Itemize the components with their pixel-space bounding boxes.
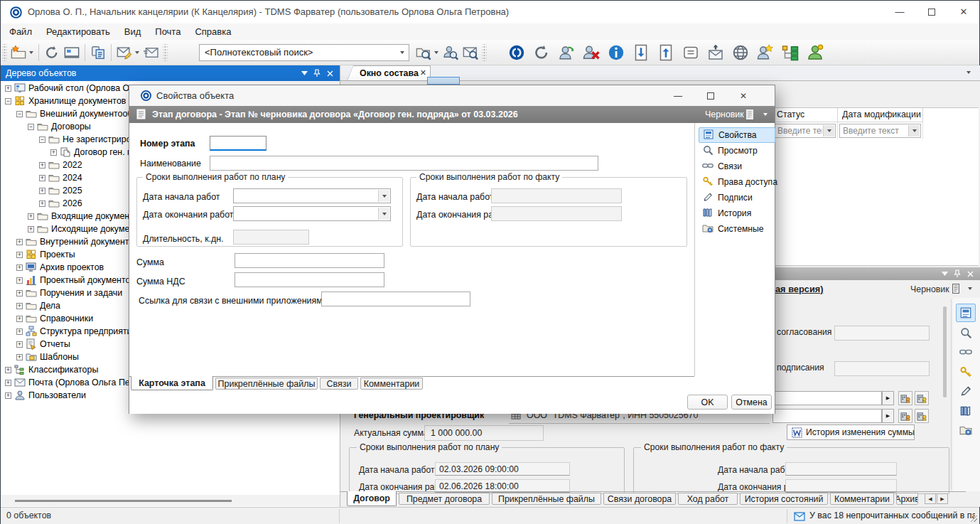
tree-expander-icon[interactable]: + <box>5 392 11 399</box>
side-props-button[interactable] <box>956 304 976 322</box>
dialog-tab-access[interactable]: Права доступа <box>699 174 775 190</box>
tree-expander-icon[interactable]: + <box>16 264 23 271</box>
tree-expander-icon[interactable]: + <box>50 149 57 156</box>
tree-expander-icon[interactable]: + <box>28 213 34 220</box>
doc-bottom-tab[interactable]: Предмет договора <box>399 493 490 505</box>
dialog-tab-props[interactable]: Свойства <box>699 127 775 143</box>
org-select-icon-2[interactable] <box>915 391 929 405</box>
menu-file[interactable]: Файл <box>2 24 39 39</box>
mail-send-button[interactable] <box>141 43 161 63</box>
maximize-button[interactable] <box>916 1 947 23</box>
user-sync-button[interactable] <box>556 43 577 63</box>
dialog-bottom-tab[interactable]: Комментарии <box>360 378 423 390</box>
doc-checkout-button[interactable] <box>655 43 677 63</box>
user-delete-button[interactable] <box>581 43 602 63</box>
close-button[interactable]: ✕ <box>948 1 979 23</box>
actual-sum-field[interactable]: 1 000 000.00 <box>424 425 544 441</box>
refresh-button[interactable] <box>42 43 62 63</box>
tree-expander-icon[interactable]: + <box>16 316 23 322</box>
stage-name-input[interactable] <box>210 156 598 171</box>
new-object-button[interactable] <box>9 43 36 63</box>
side-history-button[interactable] <box>956 402 976 420</box>
org-select-icon-4[interactable] <box>915 409 929 423</box>
side-links-button[interactable] <box>956 343 976 361</box>
dialog-bottom-tab[interactable]: Карточка этапа <box>131 376 213 390</box>
column-modified[interactable]: Дата модификации <box>838 108 923 122</box>
dialog-tab-history[interactable]: История <box>699 205 775 221</box>
fact-start-field[interactable] <box>785 462 897 476</box>
signing-date-field[interactable] <box>834 361 930 376</box>
refresh2-button[interactable] <box>531 43 552 63</box>
paste-form-button[interactable] <box>88 43 108 63</box>
doc-bottom-tab[interactable]: Договор <box>347 491 397 506</box>
tree-expander-icon[interactable]: + <box>5 85 11 92</box>
tree-expander-icon[interactable]: + <box>16 277 23 284</box>
tree-expander-icon[interactable]: + <box>16 252 23 258</box>
unread-messages[interactable]: У вас 18 непрочитанных сообщений в па <box>809 510 975 520</box>
doc-bottom-tab[interactable]: Ход работ <box>678 493 738 505</box>
party-expand-1[interactable]: ▶ <box>882 391 894 405</box>
org-tree-button[interactable] <box>780 43 801 63</box>
tabs-scroll-right[interactable]: ▶ <box>937 493 948 504</box>
dialog-tab-sign[interactable]: Подписи <box>699 190 775 205</box>
side-view-button[interactable] <box>956 324 976 342</box>
tree-expander-icon[interactable]: + <box>16 239 23 245</box>
tree-expander-icon[interactable]: + <box>16 303 23 309</box>
status-dropdown-icon[interactable] <box>968 287 972 290</box>
side-sign-button[interactable] <box>956 382 976 400</box>
tree-expander-icon[interactable]: + <box>39 200 45 207</box>
user-flash-button[interactable] <box>755 43 776 63</box>
farvater-logo-button[interactable] <box>506 43 527 63</box>
tree-expander-icon[interactable]: − <box>5 98 11 105</box>
sum-history-button[interactable]: История изменения суммы <box>787 424 915 440</box>
doc-bottom-tab[interactable]: Прикреплённые файлы <box>492 493 601 505</box>
info-button[interactable] <box>605 43 627 63</box>
doc-bottom-tab[interactable]: Связи договора <box>603 493 676 505</box>
doc-bottom-tab[interactable]: Архив <box>896 493 918 505</box>
stage-number-input[interactable] <box>210 136 266 151</box>
side-system-button[interactable] <box>956 421 976 439</box>
scrollbar-thumb[interactable] <box>943 306 947 397</box>
tree-expander-icon[interactable]: + <box>16 290 23 296</box>
menu-help[interactable]: Справка <box>188 24 238 39</box>
tree-expander-icon[interactable]: − <box>39 137 45 143</box>
doc-checkin-button[interactable] <box>630 43 652 63</box>
status-filter-input[interactable]: Введите тек <box>774 124 836 138</box>
dialog-tab-view[interactable]: Просмотр <box>699 143 775 159</box>
dock-close-icon[interactable] <box>965 269 975 279</box>
dialog-status-icon[interactable] <box>745 109 755 123</box>
tab-close-icon[interactable]: ✕ <box>420 68 426 77</box>
plan-start-combo[interactable] <box>233 188 391 203</box>
tree-hscrollbar[interactable] <box>1 495 340 506</box>
tree-expander-icon[interactable]: − <box>16 111 23 117</box>
tree-expander-icon[interactable]: − <box>28 124 34 130</box>
plan-start-field[interactable]: 02.03.2026 09:00:00 <box>435 462 570 476</box>
fact-end-input[interactable] <box>491 206 622 221</box>
dialog-minimize-button[interactable]: — <box>664 87 692 105</box>
tree-expander-icon[interactable]: + <box>16 354 23 360</box>
dialog-close-button[interactable]: ✕ <box>729 87 758 105</box>
tabs-dropdown-icon[interactable] <box>966 71 971 74</box>
tree-expander-icon[interactable]: + <box>5 380 11 386</box>
status-doc-icon[interactable] <box>951 283 961 297</box>
sum-input[interactable] <box>235 253 384 268</box>
mail-search-button[interactable] <box>461 43 480 63</box>
menu-edit[interactable]: Редактировать <box>39 24 117 39</box>
doc-bottom-tab[interactable]: История состояний <box>740 493 828 505</box>
note-button[interactable] <box>680 43 701 63</box>
external-link-input[interactable] <box>321 292 470 306</box>
menu-mail[interactable]: Почта <box>148 24 188 39</box>
panel-menu-icon[interactable] <box>298 68 310 79</box>
tabs-scroll-left[interactable]: ◀ <box>925 493 936 504</box>
dialog-maximize-button[interactable] <box>696 87 725 105</box>
duration-input[interactable] <box>233 230 309 245</box>
tree-expander-icon[interactable]: + <box>5 367 11 373</box>
cancel-button[interactable]: Отмена <box>731 395 772 410</box>
dock-menu-icon[interactable] <box>939 269 949 279</box>
user-online-button[interactable] <box>804 43 826 63</box>
modified-filter-input[interactable]: Введите текст <box>839 124 921 138</box>
mail-compose-button[interactable] <box>114 43 141 63</box>
tree-expander-icon[interactable]: + <box>28 226 34 232</box>
mail-out-button[interactable] <box>705 43 726 63</box>
dialog-status-dropdown-icon[interactable] <box>763 113 768 116</box>
